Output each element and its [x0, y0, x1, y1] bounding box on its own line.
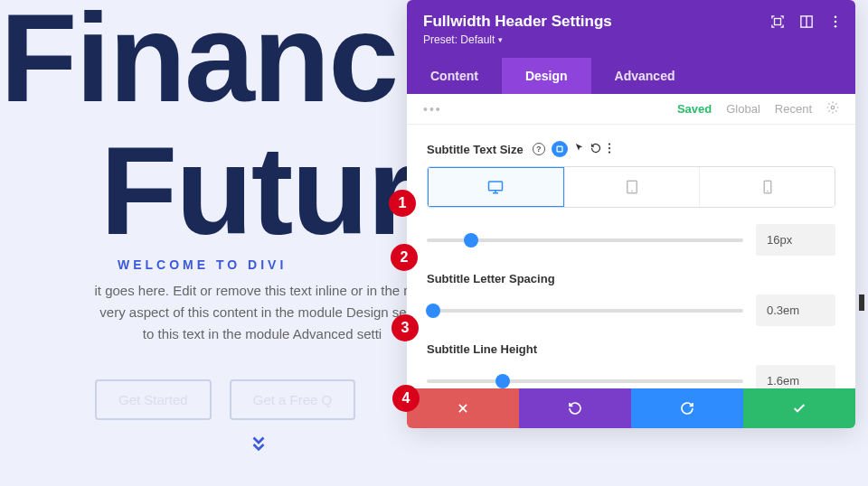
columns-icon[interactable]: [799, 14, 814, 29]
letter-spacing-slider[interactable]: [427, 309, 743, 313]
undo-button[interactable]: [519, 388, 631, 428]
hero-body-line: it goes here. Edit or remove this text i…: [94, 283, 429, 298]
filter-global[interactable]: Global: [726, 102, 760, 116]
device-tab-phone[interactable]: [699, 167, 835, 207]
hero-body-line: to this text in the module Advanced sett…: [143, 326, 382, 341]
text-size-slider[interactable]: [427, 238, 743, 242]
tab-advanced[interactable]: Advanced: [591, 58, 699, 94]
panel-header: Fullwidth Header Settings Preset: Defaul…: [407, 0, 855, 58]
svg-point-4: [835, 21, 837, 23]
device-tab-desktop[interactable]: [428, 167, 564, 207]
get-quote-button[interactable]: Get a Free Q: [230, 379, 356, 420]
more-icon[interactable]: [828, 14, 843, 29]
svg-point-3: [835, 15, 837, 18]
panel-footer: [407, 388, 855, 428]
svg-rect-11: [489, 182, 503, 191]
line-height-slider-thumb[interactable]: [495, 374, 510, 388]
side-caret-icon[interactable]: [859, 294, 864, 311]
scroll-down-icon[interactable]: [249, 434, 269, 459]
sub-row: ••• Saved Global Recent: [407, 94, 855, 125]
hero-subtitle: Welcome to Divi: [118, 257, 287, 272]
line-height-slider-row: 1.6em: [427, 365, 835, 388]
hover-icon[interactable]: [552, 141, 568, 157]
cancel-button[interactable]: [407, 388, 519, 428]
tab-content[interactable]: Content: [407, 58, 502, 94]
svg-point-6: [831, 106, 835, 109]
panel-body: Subtitle Text Size ?: [407, 125, 855, 388]
hero-body-line: very aspect of this content in the modul…: [99, 304, 424, 320]
letter-spacing-value-input[interactable]: 0.3em: [756, 294, 835, 326]
cta-row: Get Started Get a Free Q: [95, 379, 355, 420]
device-tabs: [427, 166, 835, 208]
redo-button[interactable]: [631, 388, 743, 428]
reset-icon[interactable]: [590, 143, 601, 156]
text-size-slider-row: 16px: [427, 224, 835, 256]
annotation-3: 3: [392, 314, 419, 341]
svg-rect-7: [557, 146, 562, 152]
annotation-2: 2: [391, 244, 418, 271]
letter-spacing-label: Subtitle Letter Spacing: [427, 272, 835, 285]
svg-rect-0: [775, 19, 781, 25]
settings-panel: Fullwidth Header Settings Preset: Defaul…: [407, 0, 855, 428]
device-tab-tablet[interactable]: [564, 167, 700, 207]
expand-icon[interactable]: [770, 14, 785, 29]
help-icon[interactable]: ?: [533, 143, 545, 155]
letter-spacing-slider-thumb[interactable]: [426, 304, 440, 318]
svg-point-8: [609, 143, 610, 145]
save-button[interactable]: [743, 388, 855, 428]
panel-tabs: Content Design Advanced: [407, 58, 855, 94]
text-size-slider-thumb[interactable]: [464, 233, 478, 248]
svg-point-10: [609, 151, 610, 153]
cursor-icon[interactable]: [574, 143, 584, 155]
letter-spacing-slider-row: 0.3em: [427, 294, 835, 326]
svg-point-5: [835, 25, 837, 28]
svg-point-9: [609, 146, 610, 148]
line-height-label: Subtitle Line Height: [427, 342, 835, 356]
line-height-slider[interactable]: [427, 379, 743, 383]
annotation-4: 4: [392, 385, 420, 412]
header-icon-row: [770, 14, 843, 29]
filter-recent[interactable]: Recent: [775, 102, 812, 116]
filter-saved[interactable]: Saved: [677, 102, 712, 116]
annotation-1: 1: [389, 190, 416, 217]
tab-design[interactable]: Design: [502, 58, 591, 94]
get-started-button[interactable]: Get Started: [95, 379, 212, 420]
more-vertical-icon[interactable]: [608, 143, 611, 156]
subtitle-text-size-label: Subtitle Text Size ?: [427, 141, 835, 157]
line-height-value-input[interactable]: 1.6em: [756, 365, 835, 388]
text-size-value-input[interactable]: 16px: [756, 224, 835, 256]
gear-icon[interactable]: [826, 101, 839, 117]
sub-row-dots-icon[interactable]: •••: [423, 102, 442, 117]
preset-dropdown[interactable]: Preset: Default: [423, 33, 503, 46]
